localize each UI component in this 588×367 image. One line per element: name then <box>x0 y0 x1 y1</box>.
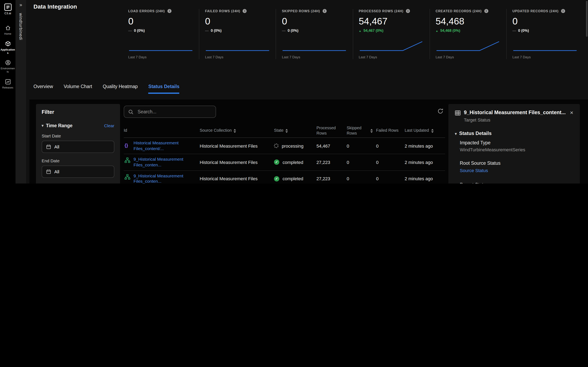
column-header[interactable]: Id <box>124 128 200 133</box>
source-status-link[interactable]: Source Status <box>460 168 488 173</box>
sidebar-item-releases[interactable]: Releases <box>0 79 16 89</box>
sidebar-item-label: Releases <box>2 86 13 89</box>
sort-icon[interactable] <box>431 129 433 133</box>
scrollbar-thumb[interactable] <box>586 1 588 37</box>
end-date-label: End Date <box>42 158 114 163</box>
left-nav-rail: C3.ai Home Applications Environments Rel… <box>0 0 16 184</box>
tab-quality-heatmap[interactable]: Quality Heatmap <box>103 84 138 94</box>
column-header-label: Failed Rows <box>376 128 398 133</box>
metric-label: CREATED RECORDS (24H) <box>435 9 482 13</box>
state-icon <box>274 160 279 165</box>
c3-logo[interactable]: C3.ai <box>4 3 12 15</box>
details-subtitle: Target Status <box>464 117 573 122</box>
metric-value: 54,467 <box>359 16 424 27</box>
status-details-title: Status Details <box>459 131 492 136</box>
column-header[interactable]: State <box>274 128 316 133</box>
start-date-label: Start Date <box>42 133 114 138</box>
table-row[interactable]: 9_Historical Measurement Files_conten...… <box>124 171 445 184</box>
row-id-link[interactable]: 9_Historical Measurement Files_conten... <box>134 173 196 184</box>
table-row[interactable]: 9_Historical Measurement Files_conten...… <box>124 154 445 171</box>
row-failed-rows: 0 <box>376 160 405 165</box>
table-search-input[interactable] <box>137 109 212 115</box>
sort-icon[interactable] <box>286 129 288 133</box>
sparkline-chart <box>359 40 424 53</box>
tab-status-details[interactable]: Status Details <box>148 84 180 94</box>
row-processed-rows: 27,223 <box>316 160 347 165</box>
state-icon <box>274 176 279 181</box>
sparkline-chart <box>128 40 193 53</box>
metric-card: SKIPPED ROWS (24H) 0 0 (0%) Last 7 Days <box>276 9 353 59</box>
filter-title: Filter <box>42 109 114 115</box>
metric-label: FAILED ROWS (24H) <box>205 9 240 13</box>
column-header[interactable]: Last Updated <box>405 128 445 133</box>
row-state-label: completed <box>283 176 303 181</box>
row-skipped-rows: 0 <box>347 176 376 181</box>
sidebar-item-environments[interactable]: Environments <box>0 60 16 73</box>
expand-sidebar-icon[interactable] <box>19 2 22 7</box>
metric-delta: 54,468 (0%) <box>435 29 501 33</box>
metric-delta-text: 0 (0%) <box>211 29 222 33</box>
column-header[interactable]: Processed Rows <box>316 125 347 136</box>
column-header[interactable]: Source Collection <box>200 128 274 133</box>
content-area: Filter Time Range Clear Start Date All E… <box>29 100 588 184</box>
completed-check-icon <box>274 176 279 181</box>
sort-icon[interactable] <box>370 129 373 133</box>
metric-label: PROCESSED ROWS (24H) <box>359 9 403 13</box>
sparkline-chart <box>282 40 347 53</box>
info-icon[interactable] <box>561 9 565 13</box>
filter-panel: Filter Time Range Clear Start Date All E… <box>36 104 120 184</box>
sidebar-item-home[interactable]: Home <box>0 25 16 35</box>
row-type-icon <box>125 141 130 149</box>
search-icon <box>128 109 134 114</box>
time-range-clear-link[interactable]: Clear <box>104 123 114 128</box>
status-details-section-header[interactable]: Status Details <box>455 131 573 136</box>
table-panel: Id Source Collection State Processed Row… <box>124 104 445 184</box>
row-id-link[interactable]: Historical Measurement Files_content/... <box>134 140 196 151</box>
end-date-input[interactable]: All <box>42 166 114 178</box>
metric-value: 0 <box>512 16 577 27</box>
sidebar-item-applications[interactable]: Applications <box>0 41 16 54</box>
tab-overview[interactable]: Overview <box>34 84 53 94</box>
sidebar-item-label: Applications <box>0 48 15 54</box>
sparkline-chart <box>205 40 270 53</box>
refresh-icon[interactable] <box>437 108 443 114</box>
metric-delta: 54,467 (0%) <box>359 29 424 33</box>
row-source-collection: Historical Measurement Files <box>200 160 274 165</box>
time-range-title: Time Range <box>46 123 72 128</box>
table-header-row: Id Source Collection State Processed Row… <box>124 124 445 138</box>
info-icon[interactable] <box>406 9 410 13</box>
end-date-value: All <box>54 169 59 174</box>
processing-spinner-icon <box>274 143 278 148</box>
info-icon[interactable] <box>323 9 327 13</box>
c3-logo-icon <box>4 3 12 11</box>
workspace-strip: windturbinedi <box>16 0 26 184</box>
start-date-input[interactable]: All <box>42 141 114 153</box>
page-title: Data Integration <box>34 3 77 10</box>
info-icon[interactable] <box>243 9 247 13</box>
sort-icon[interactable] <box>234 129 236 133</box>
sparkline-chart <box>435 40 501 53</box>
close-icon[interactable] <box>570 110 573 115</box>
column-header[interactable]: Skipped Rows <box>347 125 376 136</box>
metric-caption: Last 7 Days <box>128 55 193 59</box>
metric-delta-text: 0 (0%) <box>518 29 529 33</box>
hierarchy-icon <box>125 158 130 163</box>
info-icon[interactable] <box>167 9 172 13</box>
details-title: 9_Historical Measurement Files_content..… <box>464 110 567 115</box>
sparkline-chart <box>512 40 577 53</box>
completed-check-icon <box>274 160 279 165</box>
home-icon <box>5 25 11 31</box>
metric-delta-text: 54,467 (0%) <box>363 29 383 33</box>
row-id-link[interactable]: 9_Historical Measurement Files_conten... <box>134 157 196 168</box>
time-range-header[interactable]: Time Range <box>42 123 72 128</box>
info-icon[interactable] <box>484 9 488 13</box>
column-header-label: Last Updated <box>405 128 429 133</box>
tab-volume-chart[interactable]: Volume Chart <box>64 84 92 94</box>
row-state-label: processing <box>282 143 303 148</box>
metric-card: CREATED RECORDS (24H) 54,468 54,468 (0%)… <box>429 9 506 59</box>
table-row[interactable]: Historical Measurement Files_content/...… <box>124 138 445 154</box>
metric-label: UPDATED RECORDS (24H) <box>512 9 559 13</box>
chevron-down-icon <box>42 123 43 128</box>
sidebar-item-label: Home <box>4 32 11 35</box>
column-header[interactable]: Failed Rows <box>376 128 405 133</box>
